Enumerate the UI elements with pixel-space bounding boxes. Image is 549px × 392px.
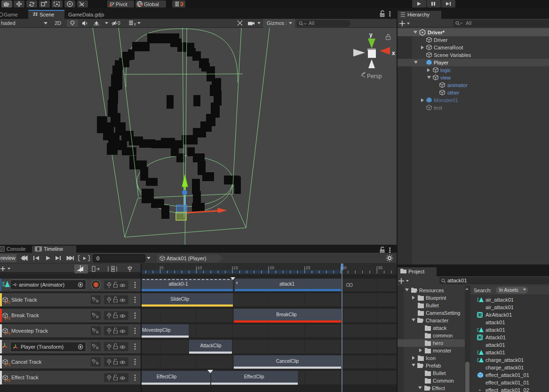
svg-text:Bullet: Bullet — [433, 370, 446, 376]
svg-text:Cancel Track: Cancel Track — [11, 359, 42, 365]
svg-text:attack0-1: attack0-1 — [168, 281, 188, 287]
svg-text:effect_attack01_01: effect_attack01_01 — [485, 372, 529, 378]
svg-text:Global: Global — [144, 1, 159, 7]
svg-text:other: other — [447, 90, 459, 96]
svg-text:Player (Transform): Player (Transform) — [21, 344, 64, 350]
svg-text:All: All — [466, 20, 471, 26]
svg-text:test: test — [434, 105, 442, 111]
svg-text:{0}: {0} — [4, 331, 11, 335]
svg-text:Gizmos: Gizmos — [267, 20, 285, 26]
svg-text:EffectClip: EffectClip — [244, 374, 264, 379]
svg-text:Effect Track: Effect Track — [11, 375, 39, 380]
svg-text:Scene Variables: Scene Variables — [434, 52, 471, 58]
svg-text:2D: 2D — [55, 20, 61, 26]
svg-text:air_attack01: air_attack01 — [485, 297, 514, 303]
svg-text:logic: logic — [440, 67, 451, 73]
svg-text:view: view — [440, 75, 451, 80]
svg-text:attack01: attack01 — [447, 278, 467, 283]
svg-text:Y: Y — [134, 22, 136, 27]
svg-text:Search:: Search: — [474, 288, 492, 293]
svg-text:haded: haded — [1, 20, 16, 26]
svg-text:Attack01: Attack01 — [485, 335, 506, 340]
svg-text:Movestep Track: Movestep Track — [11, 328, 48, 334]
svg-text:charge_attack01: charge_attack01 — [485, 357, 524, 363]
svg-text:Slide Track: Slide Track — [11, 297, 37, 303]
svg-text:Persp: Persp — [367, 73, 382, 80]
svg-text:10: 10 — [197, 265, 202, 270]
svg-text:Common: Common — [433, 378, 454, 384]
svg-text:MovestepClip: MovestepClip — [142, 328, 171, 333]
svg-text:0: 0 — [96, 256, 99, 261]
svg-text:{0}: {0} — [4, 362, 11, 366]
svg-text:hero: hero — [433, 340, 443, 346]
svg-text:effect_attack01_01: effect_attack01_01 — [485, 380, 529, 385]
svg-text:Character: Character — [426, 318, 449, 323]
svg-text:AirAttack01: AirAttack01 — [485, 312, 512, 318]
svg-text:CameraRoot: CameraRoot — [434, 45, 463, 50]
svg-text:animator (Animator): animator (Animator) — [19, 282, 64, 288]
svg-text:Monster01: Monster01 — [434, 97, 458, 103]
svg-text:CancelClip: CancelClip — [276, 359, 299, 364]
svg-text:{0}: {0} — [4, 300, 11, 304]
svg-text:attack01: attack01 — [485, 350, 505, 355]
svg-text:Player: Player — [434, 60, 449, 65]
svg-text:air_attack01: air_attack01 — [485, 304, 514, 310]
svg-text:Break Track: Break Track — [11, 312, 39, 318]
svg-text:common: common — [433, 333, 453, 338]
svg-text:Driver: Driver — [434, 37, 448, 43]
svg-text:Bullet: Bullet — [426, 303, 439, 308]
svg-text:Icon: Icon — [426, 355, 436, 361]
svg-text:review: review — [0, 255, 16, 261]
svg-text:attack1: attack1 — [279, 281, 295, 287]
svg-text:CameraSetting: CameraSetting — [426, 310, 460, 316]
svg-text:5: 5 — [161, 265, 164, 270]
svg-text:charge_attack01: charge_attack01 — [485, 365, 524, 370]
svg-text:AttackClip: AttackClip — [200, 343, 221, 348]
svg-text:Attack01 (Player): Attack01 (Player) — [167, 256, 206, 261]
svg-text:{0}: {0} — [4, 378, 11, 382]
svg-text:0: 0 — [118, 21, 120, 26]
svg-text:35: 35 — [378, 265, 382, 270]
svg-text:25: 25 — [306, 265, 310, 270]
svg-text:effect_attack01_02: effect_attack01_02 — [485, 387, 529, 392]
svg-text:BreakClip: BreakClip — [276, 312, 297, 317]
svg-text:20: 20 — [270, 265, 274, 270]
svg-text:Pivot: Pivot — [116, 1, 127, 7]
svg-text:y: y — [369, 32, 373, 38]
svg-text:{0}: {0} — [4, 316, 11, 320]
svg-text:attack01: attack01 — [485, 342, 505, 348]
svg-text:Blueprint: Blueprint — [426, 295, 446, 301]
svg-text:attack01: attack01 — [485, 320, 505, 325]
svg-text:EffectClip: EffectClip — [157, 374, 177, 379]
svg-text:15: 15 — [233, 265, 238, 270]
svg-text:All: All — [309, 20, 314, 26]
svg-text:monster: monster — [433, 348, 452, 353]
svg-text:x: x — [392, 50, 395, 56]
svg-text:In Assets: In Assets — [499, 288, 518, 293]
svg-text:attack01: attack01 — [485, 327, 505, 333]
svg-text:Driver*: Driver* — [428, 30, 445, 35]
svg-text:Prefab: Prefab — [426, 363, 441, 368]
svg-text:attack: attack — [433, 325, 447, 331]
svg-text:Resources: Resources — [419, 288, 444, 293]
svg-text:SlideClip: SlideClip — [170, 296, 189, 302]
svg-text:animator: animator — [447, 82, 468, 88]
svg-text:Effect: Effect — [432, 385, 445, 391]
